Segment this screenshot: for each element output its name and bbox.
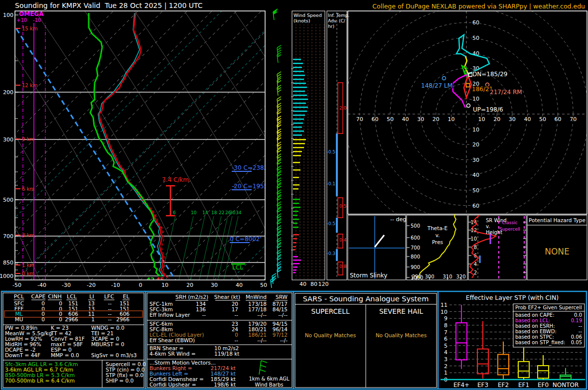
height-axis-label: 9 km	[22, 136, 34, 142]
height-axis-label: 3 km	[22, 233, 34, 238]
shear-table-header: MnWind	[246, 294, 267, 300]
wind-speed-bar	[293, 211, 298, 212]
wind-speed-bar	[293, 246, 296, 248]
thetae-curve	[419, 214, 456, 278]
srwind-panel: 1412108642SR Windv.HeightClassicSupercel…	[468, 215, 526, 280]
thetae-x-label: 310	[442, 274, 452, 279]
wind-speed-bar	[293, 260, 301, 261]
cold-advection-value: -0.5	[326, 149, 335, 154]
source-banner: College of DuPage NEXLAB powered via SHA…	[372, 2, 585, 10]
wind-speed-bar	[293, 130, 304, 132]
storm-motion-marker	[467, 104, 470, 108]
thermo-index: MMP = 0.0	[51, 352, 79, 358]
mixing-ratio-label: 30	[230, 210, 236, 215]
srwind-y-label: 10	[470, 236, 477, 242]
hodo-ring-label: 50	[472, 35, 479, 41]
hodo-ring-label: 50	[539, 116, 546, 123]
mixing-ratio-label: 10	[191, 210, 197, 215]
hodo-ring-label: 30	[417, 116, 424, 123]
barb-note: Wind Barbs	[255, 382, 284, 388]
wind-speed-tick: 40	[299, 281, 306, 287]
temp-axis-label: 40	[236, 282, 243, 288]
thetae-panel: 5006007008009001000290300310320Theta-Ev.…	[407, 214, 467, 280]
mixing-ratio-label: 22	[219, 210, 224, 215]
hodo-ring-label: 60	[371, 116, 378, 123]
wind-speed-bar	[293, 59, 301, 60]
parcel-trace	[16, 29, 175, 280]
stp-category-label: EF3	[477, 382, 488, 389]
stp-title: Effective Layer STP (with CIN)	[466, 294, 559, 301]
stp-y-label: 11	[441, 302, 447, 308]
stp-y-label: 9	[444, 315, 447, 322]
shear-table: SRH (m2/s2)Shear (kt)MnWindSRWSFC-1km134…	[147, 294, 292, 388]
shear-table-header: Shear (kt)	[214, 294, 240, 300]
cold-advection-value: -0.5	[326, 221, 335, 226]
parcel-row-value: 2966	[116, 316, 130, 322]
wind-speed-bar	[293, 177, 299, 178]
parcel-table-header: EL	[123, 293, 130, 300]
wind-speed-bar	[293, 119, 304, 120]
stp-box	[538, 366, 549, 378]
hodo-ring-label: 70	[356, 116, 363, 123]
prob-row-key: based on STP_fixed:	[515, 340, 565, 346]
omega-minus-label: -10	[33, 17, 41, 23]
hodo-ring-label: 20	[493, 116, 500, 123]
temp-axis-label: 0	[139, 282, 143, 288]
cold-advection-value: -0.1	[326, 181, 335, 186]
sars-hail-header: SEVERE HAIL	[379, 307, 423, 315]
hodo-ring-label: 50	[472, 187, 479, 194]
slinky-deg-label: -- deg	[390, 216, 406, 223]
label: --	[234, 312, 238, 318]
label: --	[202, 312, 206, 318]
stp-y-label: 6	[444, 336, 447, 342]
pressure-axis-label: 1000	[0, 273, 13, 279]
height-axis-label: 6 km	[22, 186, 34, 192]
temp-axis-label: -30	[62, 282, 71, 288]
storm-motion-marker	[442, 77, 446, 80]
stp-box	[560, 375, 571, 379]
hodo-ring-label: 40	[524, 116, 531, 123]
stp-y-label: 3	[444, 356, 447, 363]
stp-box	[477, 349, 488, 374]
advection-title: Inf. Temp.	[328, 13, 349, 18]
wind-speed-bar	[293, 75, 305, 76]
storm-motion-label: 217/24 RM	[490, 89, 522, 96]
stp-y-label: 5	[444, 343, 447, 349]
stp-box	[498, 355, 509, 375]
hodo-ring-label: 50	[387, 116, 394, 123]
hodo-ring-label: 60	[555, 116, 562, 123]
stp-box	[518, 362, 529, 378]
agl-barb-icon	[259, 361, 267, 375]
wind-speed-bar	[293, 223, 297, 224]
thermo-index: MBURST = 0	[91, 341, 124, 347]
stp-category-label: EF0	[538, 382, 549, 389]
prob-row-key: based on ESRH:	[515, 323, 555, 329]
srwind-title: v.	[486, 224, 490, 229]
thetae-y-label: 700	[411, 245, 420, 251]
prob-row-key: based on CAPE:	[515, 312, 555, 318]
pressure-axis-label: 500	[3, 197, 13, 203]
mixing-ratio-label: 18	[211, 210, 217, 215]
pressure-axis-label: 850	[3, 260, 13, 266]
lcl-marker: LCL	[232, 264, 243, 271]
wind-speed-bar	[293, 139, 306, 140]
hazard-title: Potential Hazard Type	[529, 217, 586, 223]
temp-advection-panel: 2.0-0.5-0.10.5-0.50.4-0.30.8Inf. Temp.Ad…	[326, 11, 349, 280]
wind-speed-bar	[293, 242, 296, 244]
hodo-ring-label: 10	[472, 127, 479, 133]
wind-speed-bar	[293, 269, 296, 271]
mixing-ratio-label: 6	[173, 210, 176, 215]
wind-speed-bar	[293, 155, 301, 156]
wind-speed-tick: 80	[310, 281, 317, 287]
mixing-ratio-label: 14	[202, 210, 208, 215]
thetae-y-label: 900	[411, 264, 420, 270]
label: --/--	[257, 312, 267, 318]
hodo-ring-label: 60	[472, 19, 479, 26]
parcel-table-header: LCL	[67, 293, 77, 300]
omega-plus-label: +10	[16, 17, 27, 23]
freezing-level-annotation: 0 C=8002'	[230, 236, 262, 243]
wind-speed-title: Wind Speed	[294, 12, 322, 18]
stp-panel: Effective Layer STP (with CIN)0123456789…	[441, 294, 585, 389]
thetae-x-label: 300	[425, 274, 434, 279]
temp-axis-label: -20	[87, 282, 96, 288]
